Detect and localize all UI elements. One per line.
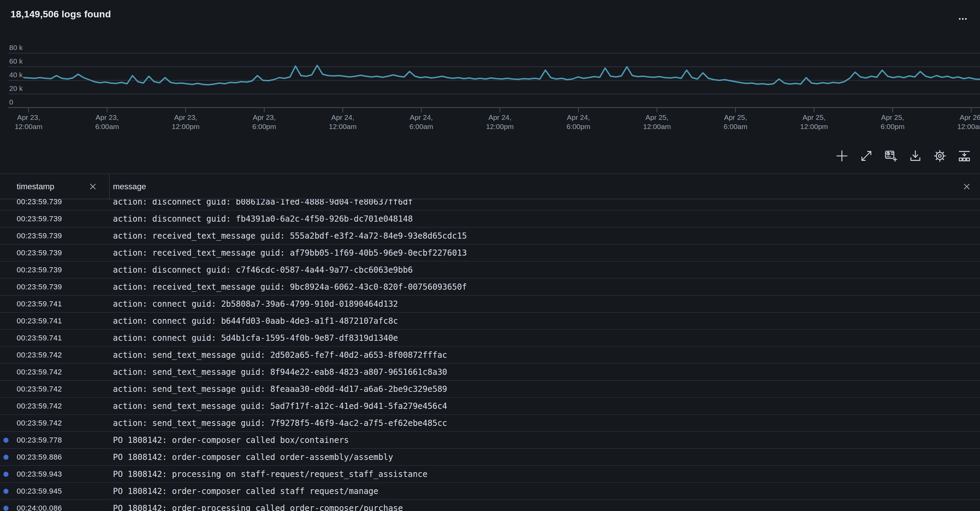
timestamp-cell: 00:23:59.741: [17, 334, 62, 342]
message-cell: action: disconnect guid: b08612aa-1fed-4…: [113, 199, 413, 207]
gear-icon: [933, 149, 947, 163]
expand-button[interactable]: [859, 149, 873, 163]
table-row[interactable]: 00:23:59.739action: received_text_messag…: [0, 278, 980, 295]
table-row[interactable]: 00:23:59.739action: disconnect guid: c7f…: [0, 262, 980, 278]
y-axis-label: 20 k: [9, 85, 23, 92]
x-axis-label: 12:00am: [957, 123, 980, 130]
timestamp-cell: 00:23:59.945: [17, 487, 62, 496]
table-row[interactable]: 00:23:59.742action: send_text_message gu…: [0, 364, 980, 381]
timestamp-cell: 00:23:59.742: [17, 419, 62, 428]
table-row[interactable]: 00:23:59.741action: connect guid: b644fd…: [0, 313, 980, 329]
table-row[interactable]: 00:23:59.742action: send_text_message gu…: [0, 347, 980, 364]
timestamp-cell: 00:23:59.742: [17, 402, 62, 410]
timestamp-cell: 00:23:59.739: [17, 232, 62, 240]
timestamp-cell: 00:23:59.778: [17, 436, 62, 445]
timestamp-cell: 00:24:00.086: [17, 504, 62, 511]
save-visualization-button[interactable]: [884, 149, 898, 163]
fields-bottom-icon: [957, 149, 972, 163]
x-axis-label: 12:00am: [643, 123, 671, 130]
x-axis-label: 6:00pm: [881, 123, 905, 130]
timestamp-cell: 00:23:59.739: [17, 199, 62, 206]
table-row[interactable]: 00:23:59.739action: disconnect guid: fb4…: [0, 211, 980, 227]
chart-options-button[interactable]: [957, 149, 972, 163]
settings-button[interactable]: [933, 149, 947, 163]
message-cell: PO 1808142: order-composer called box/co…: [113, 436, 349, 445]
remove-message-column-button[interactable]: [962, 182, 972, 192]
histogram-chart[interactable]: 80 k60 k40 k20 k0Apr 23,12:00amApr 23,6:…: [0, 0, 980, 136]
column-divider: [109, 174, 110, 199]
table-row[interactable]: 00:23:59.778PO 1808142: order-composer c…: [0, 432, 980, 449]
x-axis-label: Apr 23,: [174, 113, 197, 121]
message-cell: action: send_text_message guid: 8f944e22…: [113, 367, 447, 377]
table-row[interactable]: 00:23:59.739action: received_text_messag…: [0, 244, 980, 262]
message-column-header[interactable]: message: [113, 182, 146, 191]
table-row[interactable]: 00:23:59.741action: connect guid: 5d4b1c…: [0, 329, 980, 347]
log-level-dot-icon: [3, 438, 8, 442]
y-axis-label: 0: [9, 98, 13, 106]
x-axis-label: 6:00pm: [252, 123, 276, 130]
table-row[interactable]: 00:24:00.086PO 1808142: order-processing…: [0, 500, 980, 511]
download-button[interactable]: [908, 149, 923, 163]
expand-icon: [859, 149, 873, 163]
close-icon: [963, 182, 971, 191]
chart-toolbar: [835, 149, 972, 163]
y-axis-label: 40 k: [9, 71, 23, 79]
x-axis-label: Apr 23,: [17, 113, 40, 121]
plus-icon: [835, 149, 849, 163]
table-header: timestamp message: [0, 174, 980, 199]
table-row[interactable]: 00:23:59.739action: disconnect guid: b08…: [0, 199, 980, 211]
message-cell: action: received_text_message guid: af79…: [113, 248, 467, 258]
x-axis-label: 6:00pm: [566, 123, 590, 130]
x-axis-label: 6:00am: [724, 123, 747, 130]
table-row[interactable]: 00:23:59.742action: send_text_message gu…: [0, 381, 980, 398]
x-axis-label: 12:00am: [329, 123, 357, 130]
message-cell: PO 1808142: order-processing called orde…: [113, 503, 403, 511]
table-row[interactable]: 00:23:59.739action: received_text_messag…: [0, 227, 980, 244]
timestamp-cell: 00:23:59.739: [17, 214, 62, 224]
table-row[interactable]: 00:23:59.886PO 1808142: order-composer c…: [0, 449, 980, 466]
timestamp-cell: 00:23:59.741: [17, 316, 62, 326]
x-axis-label: 12:00pm: [486, 123, 514, 130]
message-cell: PO 1808142: order-composer called order-…: [113, 452, 393, 462]
timestamp-cell: 00:23:59.739: [17, 265, 62, 275]
table-row[interactable]: 00:23:59.945PO 1808142: order-composer c…: [0, 483, 980, 500]
x-axis-label: Apr 25,: [802, 113, 826, 121]
table-row[interactable]: 00:23:59.742action: send_text_message gu…: [0, 415, 980, 432]
x-axis-label: Apr 24,: [331, 113, 355, 121]
message-cell: PO 1808142: order-composer called staff …: [113, 487, 378, 496]
x-axis-label: Apr 25,: [646, 113, 669, 121]
x-axis-label: Apr 24,: [488, 113, 512, 121]
log-table-body: 00:23:59.739action: disconnect guid: b08…: [0, 199, 980, 511]
table-row[interactable]: 00:23:59.943PO 1808142: processing on st…: [0, 466, 980, 483]
log-level-dot-icon: [3, 489, 8, 493]
add-button[interactable]: [835, 149, 849, 163]
timestamp-cell: 00:23:59.742: [17, 385, 62, 394]
x-axis-label: 12:00pm: [172, 123, 200, 130]
table-row[interactable]: 00:23:59.741action: connect guid: 2b5808…: [0, 295, 980, 313]
timestamp-cell: 00:23:59.886: [17, 453, 62, 461]
log-level-dot-icon: [3, 506, 8, 511]
message-cell: action: disconnect guid: fb4391a0-6a2c-4…: [113, 214, 413, 224]
timestamp-cell: 00:23:59.943: [17, 470, 62, 479]
message-cell: action: connect guid: 5d4b1cfa-1595-4f0b…: [113, 333, 398, 343]
download-icon: [908, 149, 923, 163]
y-axis-label: 80 k: [9, 43, 23, 51]
x-axis-label: Apr 23,: [253, 113, 276, 121]
x-axis-label: Apr 24,: [410, 113, 433, 121]
message-cell: action: received_text_message guid: 9bc8…: [113, 282, 467, 292]
timestamp-cell: 00:23:59.739: [17, 249, 62, 257]
message-cell: action: received_text_message guid: 555a…: [113, 231, 467, 241]
save-visualization-icon: [884, 149, 898, 163]
close-icon: [89, 182, 97, 191]
timestamp-column-header[interactable]: timestamp: [17, 182, 54, 191]
x-axis-label: 6:00am: [410, 123, 433, 130]
remove-timestamp-column-button[interactable]: [88, 182, 98, 192]
y-axis-label: 60 k: [9, 57, 23, 65]
log-level-dot-icon: [3, 455, 8, 460]
log-count-line-series: [24, 65, 980, 85]
message-cell: action: send_text_message guid: 7f9278f5…: [113, 418, 447, 428]
message-cell: action: send_text_message guid: 2d502a65…: [113, 350, 447, 360]
table-row[interactable]: 00:23:59.742action: send_text_message gu…: [0, 398, 980, 415]
message-cell: PO 1808142: processing on staff-request/…: [113, 469, 428, 479]
message-cell: action: connect guid: b644fd03-0aab-4de3…: [113, 316, 398, 326]
